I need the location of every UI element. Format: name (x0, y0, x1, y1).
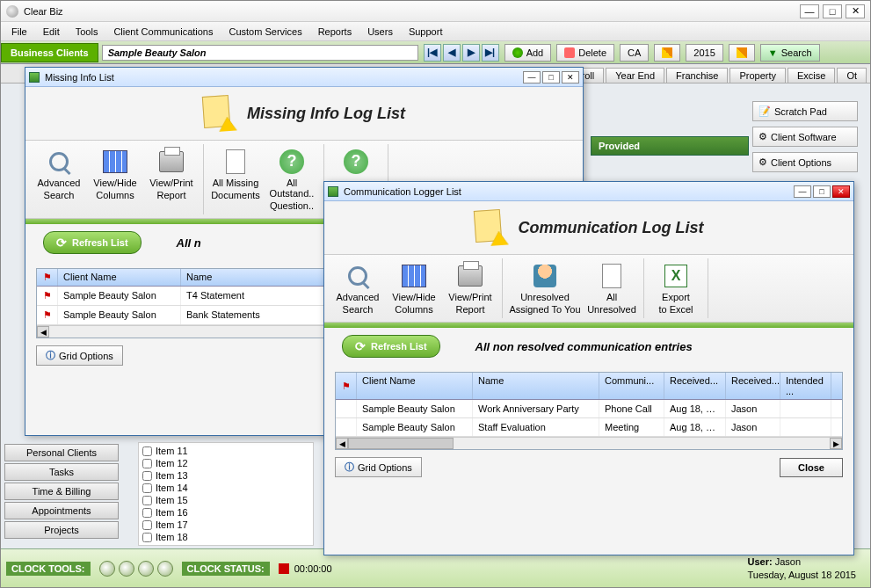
nav-prev-button[interactable]: ◀ (443, 44, 461, 62)
item-checkbox[interactable] (142, 496, 152, 505)
clock-icon[interactable] (157, 561, 173, 577)
col-received-by[interactable]: Received... (726, 373, 780, 399)
dialog-titlebar[interactable]: Communication Logger List — □ ✕ (324, 182, 853, 201)
view-hide-columns-button[interactable]: View/HideColumns (386, 258, 442, 318)
client-options-button[interactable]: ⚙Client Options (752, 152, 858, 172)
scratch-pad-button[interactable]: 📝Scratch Pad (752, 101, 858, 121)
dlg-maximize-button[interactable]: □ (813, 185, 831, 198)
year-box[interactable]: 2015 (686, 44, 722, 62)
refresh-list-button[interactable]: Refresh List (342, 335, 440, 358)
close-button[interactable]: ✕ (846, 4, 865, 18)
item-checkbox[interactable] (142, 533, 152, 542)
list-item[interactable]: Item 14 (142, 482, 309, 494)
state-edit-button[interactable] (654, 44, 680, 62)
nav-time-billing[interactable]: Time & Billing (4, 483, 119, 500)
refresh-label: Refresh List (371, 341, 427, 352)
all-unresolved-button[interactable]: AllUnresolved (584, 258, 640, 318)
item-checkbox[interactable] (142, 508, 152, 518)
client-name-field[interactable]: Sample Beauty Salon (102, 45, 418, 61)
dlg-maximize-button[interactable]: □ (542, 71, 560, 83)
close-button[interactable]: Close (780, 458, 843, 477)
tab-other[interactable]: Ot (837, 68, 867, 83)
menu-tools[interactable]: Tools (69, 25, 105, 39)
add-icon (512, 47, 523, 58)
grid-options-button[interactable]: Grid Options (335, 457, 422, 477)
user-name: Jason (775, 556, 801, 567)
all-missing-documents-button[interactable]: All MissingDocuments (207, 144, 264, 214)
menu-edit[interactable]: Edit (36, 25, 67, 39)
col-flag[interactable] (37, 269, 58, 286)
clock-icon[interactable] (99, 561, 115, 577)
item-checkbox[interactable] (142, 483, 152, 493)
item-checkbox[interactable] (142, 446, 152, 456)
menu-custom-services[interactable]: Custom Services (222, 25, 309, 39)
dlg-close-button[interactable]: ✕ (832, 185, 850, 198)
list-item[interactable]: Item 16 (142, 506, 309, 519)
view-print-report-button[interactable]: View/PrintReport (143, 144, 200, 214)
view-print-report-button[interactable]: View/PrintReport (442, 258, 498, 318)
unresolved-assigned-button[interactable]: UnresolvedAssigned To You (506, 258, 584, 318)
col-received[interactable]: Received... (664, 373, 726, 399)
nav-last-button[interactable]: ▶| (482, 44, 499, 62)
dlg-close-button[interactable]: ✕ (562, 71, 579, 83)
menu-client-communications[interactable]: Client Communications (106, 25, 220, 39)
refresh-list-button[interactable]: Refresh List (43, 231, 142, 254)
list-item[interactable]: Item 17 (142, 519, 309, 531)
nav-appointments[interactable]: Appointments (4, 502, 119, 519)
tab-year-end[interactable]: Year End (606, 68, 664, 83)
pencil-icon (737, 47, 747, 58)
advanced-search-button[interactable]: AdvancedSearch (31, 144, 87, 214)
add-button[interactable]: Add (504, 44, 552, 62)
tab-excise[interactable]: Excise (788, 68, 835, 83)
menu-support[interactable]: Support (402, 25, 450, 39)
col-intended[interactable]: Intended ... (780, 373, 831, 399)
item-checkbox[interactable] (142, 520, 152, 530)
list-item[interactable]: Item 18 (142, 531, 309, 543)
item-checklist: Item 11 Item 12 Item 13 Item 14 Item 15 … (138, 442, 314, 546)
menu-reports[interactable]: Reports (311, 25, 359, 39)
export-excel-button[interactable]: XExportto Excel (648, 258, 704, 318)
nav-first-button[interactable]: |◀ (424, 44, 441, 62)
table-row[interactable]: Sample Beauty Salon Staff Evaluation Mee… (336, 418, 842, 437)
view-hide-columns-button[interactable]: View/HideColumns (87, 144, 143, 214)
clock-icon[interactable] (138, 561, 154, 577)
search-button[interactable]: ▼Search (760, 44, 820, 62)
col-client-name[interactable]: Client Name (58, 269, 181, 286)
dialog-titlebar[interactable]: Missing Info List — □ ✕ (25, 68, 583, 87)
list-item[interactable]: Item 12 (142, 457, 309, 469)
year-edit-button[interactable] (729, 44, 755, 62)
nav-personal-clients[interactable]: Personal Clients (4, 444, 119, 461)
clock-icon[interactable] (119, 561, 134, 577)
delete-button[interactable]: Delete (556, 44, 614, 62)
list-item[interactable]: Item 11 (142, 445, 309, 457)
list-item[interactable]: Item 13 (142, 469, 309, 482)
col-name[interactable]: Name (473, 373, 599, 399)
client-software-button[interactable]: ⚙Client Software (752, 127, 858, 147)
minimize-button[interactable]: — (800, 4, 819, 18)
dlg-minimize-button[interactable]: — (523, 71, 541, 83)
list-item[interactable]: Item 15 (142, 494, 309, 506)
state-label: CA (628, 47, 641, 58)
business-clients-tab[interactable]: Business Clients (1, 43, 98, 62)
tab-franchise[interactable]: Franchise (666, 68, 728, 83)
menu-file[interactable]: File (4, 25, 34, 39)
advanced-search-button[interactable]: AdvancedSearch (330, 258, 386, 318)
nav-projects[interactable]: Projects (4, 521, 119, 539)
menu-users[interactable]: Users (360, 25, 400, 39)
nav-next-button[interactable]: ▶ (462, 44, 480, 62)
tab-property[interactable]: Property (729, 68, 786, 83)
nav-tasks[interactable]: Tasks (4, 463, 119, 481)
dlg-minimize-button[interactable]: — (794, 185, 811, 198)
state-box[interactable]: CA (620, 44, 649, 62)
grid-options-button[interactable]: Grid Options (36, 345, 123, 366)
record-nav: |◀ ◀ ▶ ▶| (424, 44, 499, 62)
col-client-name[interactable]: Client Name (357, 373, 473, 399)
all-outstanding-questions-button[interactable]: ?All Outstand..Question.. (264, 144, 320, 214)
col-communication[interactable]: Communi... (599, 373, 664, 399)
item-checkbox[interactable] (142, 459, 152, 468)
table-row[interactable]: Sample Beauty Salon Work Anniversary Par… (336, 400, 842, 418)
maximize-button[interactable]: □ (823, 4, 842, 18)
horizontal-scrollbar[interactable]: ◀▶ (336, 437, 842, 449)
item-checkbox[interactable] (142, 471, 152, 481)
col-flag[interactable] (336, 373, 357, 399)
